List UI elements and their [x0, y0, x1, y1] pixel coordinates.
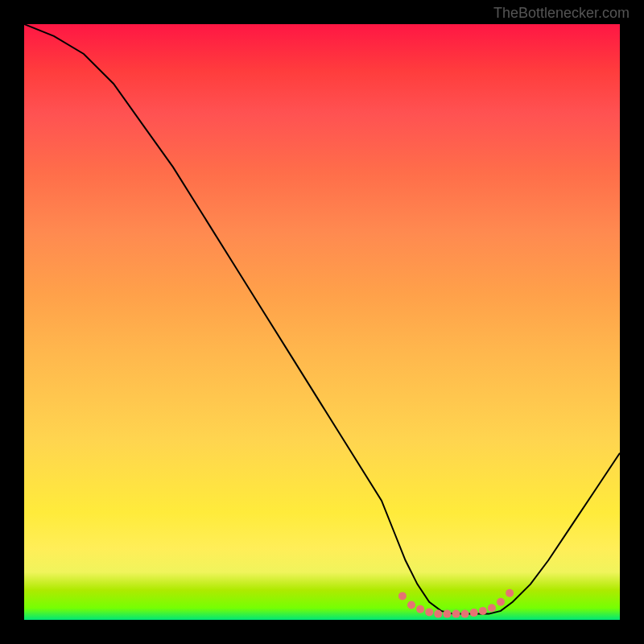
optimal-dot: [488, 604, 496, 612]
optimal-dot: [425, 608, 433, 616]
chart-plot-area: [24, 24, 620, 620]
optimal-dot: [506, 589, 514, 597]
optimal-dot: [452, 610, 460, 618]
bottleneck-curve-line: [24, 24, 620, 614]
optimal-dot: [461, 610, 469, 618]
optimal-range-dots: [398, 589, 514, 618]
optimal-dot: [479, 607, 487, 615]
optimal-dot: [470, 609, 478, 617]
optimal-dot: [497, 598, 505, 606]
optimal-dot: [443, 610, 451, 618]
watermark-text: TheBottlenecker.com: [493, 5, 630, 22]
chart-svg: [24, 24, 620, 620]
optimal-dot: [434, 610, 442, 618]
optimal-dot: [416, 605, 424, 613]
optimal-dot: [407, 601, 415, 609]
optimal-dot: [398, 592, 407, 600]
